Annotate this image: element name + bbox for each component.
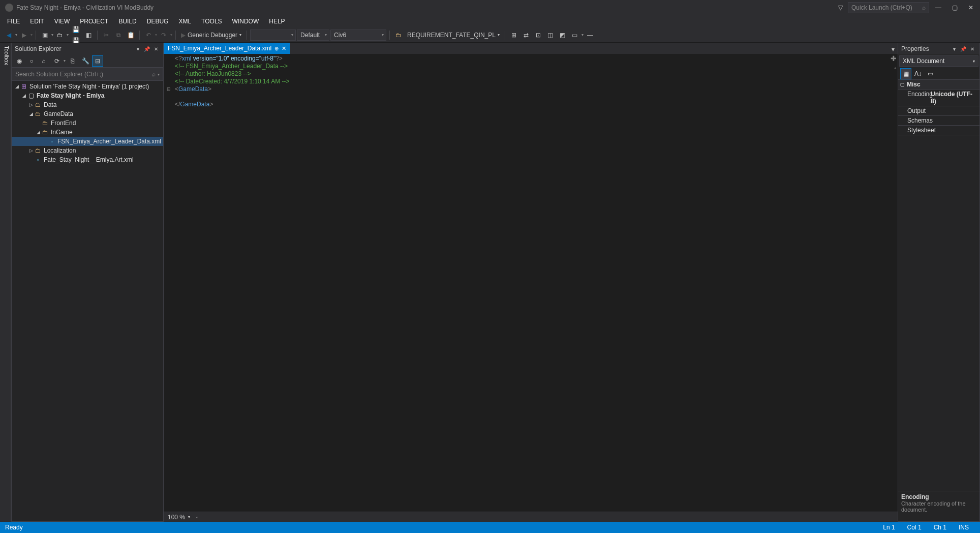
properties-object-combo[interactable]: XML Document ▾ (899, 55, 978, 67)
properties-icon[interactable]: 🔧 (80, 55, 91, 67)
editor-tab-active[interactable]: FSN_Emiya_Archer_Leader_Data.xml ⊕ ✕ (164, 43, 290, 54)
tool-3[interactable]: ⊡ (533, 29, 544, 41)
undo-button[interactable]: ↶ (143, 29, 154, 41)
xml-file-icon: ▫ (34, 156, 42, 163)
status-ready: Ready (5, 524, 23, 531)
close-button[interactable]: ✕ (964, 2, 978, 13)
show-all-icon[interactable]: ⊟ (92, 55, 103, 67)
add-item-button[interactable]: ◧ (83, 29, 94, 41)
solution-search-input[interactable]: Search Solution Explorer (Ctrl+;) ⌕ ▾ (12, 68, 163, 81)
redo-button[interactable]: ↷ (158, 29, 169, 41)
editor-add-icon[interactable]: ✚ (891, 55, 897, 63)
close-tab-icon[interactable]: ✕ (282, 45, 286, 52)
zoom-level[interactable]: 100 % (168, 514, 185, 521)
prop-row-output[interactable]: Output (898, 106, 979, 116)
menu-build[interactable]: BUILD (113, 16, 141, 26)
cut-button[interactable]: ✂ (101, 29, 112, 41)
folder-icon[interactable]: 🗀 (393, 29, 404, 41)
solution-node[interactable]: ◢⊞ Solution 'Fate Stay Night - Emiya' (1… (12, 82, 163, 91)
code-editor[interactable]: ✚ ▴ ⊟ <?xml version="1.0" encoding="utf-… (164, 54, 898, 512)
separator (97, 31, 98, 40)
folder-icon: 🗀 (34, 110, 42, 117)
project-node[interactable]: ◢▢ Fate Stay Night - Emiya (12, 91, 163, 100)
file-leader-data[interactable]: ▫ FSN_Emiya_Archer_Leader_Data.xml (12, 137, 163, 146)
config-combo[interactable]: Default▾ (297, 29, 329, 41)
refresh-icon[interactable]: ⎘ (67, 55, 78, 67)
properties-help: Encoding Character encoding of the docum… (898, 491, 979, 521)
categorized-icon[interactable]: ▦ (900, 68, 911, 79)
notifications-filter-icon[interactable]: ▽ (835, 4, 846, 11)
home-right-icon[interactable]: ○ (26, 55, 37, 67)
panel-menu-icon[interactable]: ▾ (134, 45, 142, 53)
folder-frontend[interactable]: 🗀 FrontEnd (12, 119, 163, 128)
zoom-dropdown-icon[interactable]: ▾ (188, 515, 190, 519)
solution-icon: ⊞ (20, 83, 28, 90)
project-icon: ▢ (27, 92, 35, 99)
tool-2[interactable]: ⇄ (520, 29, 532, 41)
status-line[interactable]: Ln 1 (877, 524, 901, 531)
fold-icon[interactable]: ⊟ (167, 85, 173, 93)
sync-icon[interactable]: ⟳ (51, 55, 63, 67)
menu-debug[interactable]: DEBUG (142, 16, 174, 26)
copy-button[interactable]: ⧉ (113, 29, 124, 41)
solution-explorer-header: Solution Explorer ▾ 📌 ✕ (12, 43, 163, 54)
search-icon: ⌕ (152, 71, 156, 78)
properties-header: Properties ▾ 📌 ✕ (898, 43, 979, 54)
maximize-button[interactable]: ▢ (947, 2, 962, 13)
menu-file[interactable]: FILE (2, 16, 25, 26)
toolbox-tab[interactable]: Toolbox (0, 43, 11, 522)
category-misc[interactable]: ▢Misc (898, 80, 979, 90)
folder-ingame[interactable]: ◢🗀 InGame (12, 128, 163, 137)
status-ins[interactable]: INS (953, 524, 975, 531)
solution-toolbar: ◉ ○ ⌂ ⟳ ▾ ⎘ 🔧 ⊟ (12, 54, 163, 68)
minimize-button[interactable]: — (931, 2, 945, 13)
prop-row-schemas[interactable]: Schemas (898, 116, 979, 126)
save-button[interactable]: 💾 (70, 24, 81, 35)
menu-xml[interactable]: XML (173, 16, 196, 26)
platform-combo[interactable]: Civ6▾ (330, 29, 386, 41)
requirement-combo[interactable]: REQUIREMENT_FATE_QIN_PL ▾ (405, 32, 502, 39)
pin-icon[interactable]: 📌 (959, 45, 967, 53)
pin-icon[interactable]: 📌 (143, 45, 151, 53)
status-ch[interactable]: Ch 1 (928, 524, 953, 531)
tool-7[interactable]: — (585, 29, 596, 41)
folder-gamedata[interactable]: ◢🗀 GameData (12, 109, 163, 119)
panel-close-icon[interactable]: ✕ (152, 45, 160, 53)
prop-row-stylesheet[interactable]: Stylesheet (898, 126, 979, 135)
new-project-button[interactable]: ▣ (39, 29, 50, 41)
menu-window[interactable]: WINDOW (227, 16, 264, 26)
statusbar: Ready Ln 1 Col 1 Ch 1 INS (0, 522, 980, 533)
home-left-icon[interactable]: ◉ (14, 55, 25, 67)
prop-row-encoding[interactable]: Encoding Unicode (UTF-8) (898, 90, 979, 106)
quick-launch-input[interactable]: Quick Launch (Ctrl+Q) ⌕ (848, 2, 929, 13)
home-icon[interactable]: ⌂ (38, 55, 49, 67)
menu-edit[interactable]: EDIT (25, 16, 49, 26)
start-debug-button[interactable]: ▶ Generic Debugger ▾ (179, 32, 243, 39)
no-issues-icon: ◦ (196, 514, 198, 521)
alphabetical-icon[interactable]: A↓ (912, 68, 924, 79)
find-combo[interactable]: ▾ (250, 29, 296, 41)
solution-explorer-panel: Solution Explorer ▾ 📌 ✕ ◉ ○ ⌂ ⟳ ▾ ⎘ 🔧 ⊟ … (11, 43, 164, 522)
nav-back-button[interactable]: ◀ (3, 29, 14, 41)
menu-help[interactable]: HELP (264, 16, 290, 26)
folder-data[interactable]: ▷🗀 Data (12, 100, 163, 109)
paste-button[interactable]: 📋 (125, 29, 136, 41)
panel-menu-icon[interactable]: ▾ (950, 45, 958, 53)
status-col[interactable]: Col 1 (901, 524, 928, 531)
nav-forward-button[interactable]: ▶ (18, 29, 29, 41)
file-art[interactable]: ▫ Fate_Stay_Night__Emiya.Art.xml (12, 155, 163, 164)
menu-tools[interactable]: TOOLS (196, 16, 227, 26)
tool-5[interactable]: ◩ (557, 29, 568, 41)
xml-file-icon: ▫ (48, 138, 56, 145)
tool-4[interactable]: ◫ (545, 29, 556, 41)
open-file-button[interactable]: 🗀 (54, 29, 66, 41)
panel-close-icon[interactable]: ✕ (968, 45, 976, 53)
scroll-up-icon[interactable]: ▴ (894, 64, 897, 72)
tabs-dropdown-icon[interactable]: ▾ (889, 45, 898, 54)
tool-6[interactable]: ▭ (569, 29, 580, 41)
pin-tab-icon[interactable]: ⊕ (274, 46, 279, 51)
separator (36, 31, 36, 40)
folder-localization[interactable]: ▷🗀 Localization (12, 146, 163, 155)
property-pages-icon[interactable]: ▭ (925, 68, 936, 79)
tool-1[interactable]: ⊞ (508, 29, 519, 41)
